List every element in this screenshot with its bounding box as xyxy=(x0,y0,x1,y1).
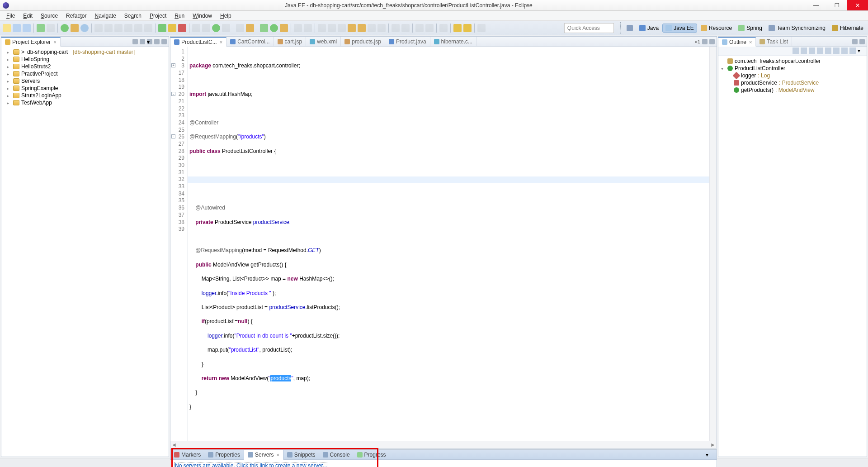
vertical-scrollbar[interactable] xyxy=(709,47,717,441)
toolbar-debug-icon[interactable] xyxy=(37,24,45,32)
editor-tab-cartcontroller[interactable]: CartControl... xyxy=(226,37,274,46)
toolbar-newxml-icon[interactable] xyxy=(144,24,152,32)
toolbar-newbean-icon[interactable] xyxy=(114,24,123,32)
toolbar-resume-icon[interactable] xyxy=(158,24,166,32)
toolbar-debug2-icon[interactable] xyxy=(260,24,268,32)
close-icon[interactable]: × xyxy=(220,39,222,45)
toolbar-runext-icon[interactable] xyxy=(71,24,79,32)
fold-collapse-icon[interactable]: - xyxy=(171,134,175,138)
link-editor-icon[interactable] xyxy=(140,39,145,44)
outline-field-logger[interactable]: logger : Log xyxy=(721,72,864,79)
tree-item-hellospring[interactable]: ▸HelloSpring xyxy=(4,56,166,63)
tree-item-practiveproject[interactable]: ▸PractiveProject xyxy=(4,70,166,77)
code-editor[interactable]: + - - 1231718192021222324252627282930313… xyxy=(170,47,717,441)
toolbar-new-icon[interactable] xyxy=(3,24,11,32)
toolbar-newserver-icon[interactable] xyxy=(94,24,103,32)
outline-method-getproducts[interactable]: getProducts() : ModelAndView xyxy=(721,86,864,94)
perspective-spring[interactable]: Spring xyxy=(736,24,765,32)
menu-project[interactable]: Project xyxy=(146,12,170,20)
scroll-right-icon[interactable]: ► xyxy=(709,442,717,448)
perspective-resource[interactable]: Resource xyxy=(698,24,735,32)
close-icon[interactable]: × xyxy=(53,39,56,45)
close-icon[interactable]: × xyxy=(749,39,752,45)
toolbar-t7-icon[interactable] xyxy=(377,24,386,32)
toolbar-run2-icon[interactable] xyxy=(270,24,278,32)
toolbar-newfolder-icon[interactable] xyxy=(222,24,230,32)
quick-access-input[interactable] xyxy=(564,23,614,33)
tree-item-struts2loginapp[interactable]: ▸Struts2LoginApp xyxy=(4,92,166,99)
toolbar-t6-icon[interactable] xyxy=(368,24,376,32)
toolbar-last-icon[interactable] xyxy=(439,24,448,32)
outline-hide-fields-icon[interactable] xyxy=(809,48,815,54)
tab-servers[interactable]: Servers× xyxy=(244,450,283,460)
editor-tab-product-java[interactable]: Product.java xyxy=(385,37,430,46)
outline-focus-icon[interactable] xyxy=(841,48,848,54)
toolbar-newjava-icon[interactable] xyxy=(294,24,302,32)
minimize-view-icon[interactable] xyxy=(852,39,858,44)
menu-source[interactable]: Source xyxy=(37,12,61,20)
outline-hide-nonpublic-icon[interactable] xyxy=(825,48,831,54)
toolbar-newinterface-icon[interactable] xyxy=(304,24,312,32)
toolbar-pin-icon[interactable] xyxy=(477,24,486,32)
toolbar-pause-icon[interactable] xyxy=(168,24,176,32)
fold-expand-icon[interactable]: + xyxy=(171,63,175,67)
toolbar-newservlet-icon[interactable] xyxy=(124,24,132,32)
menu-run[interactable]: Run xyxy=(171,12,188,20)
tree-item-testwebapp[interactable]: ▸TestWebApp xyxy=(4,99,166,106)
maximize-view-icon[interactable] xyxy=(161,39,167,44)
editor-tab-products-jsp[interactable]: products.jsp xyxy=(341,37,385,46)
menu-file[interactable]: File xyxy=(3,12,19,20)
create-new-server-link[interactable]: No servers are available. Click this lin… xyxy=(174,462,328,467)
tab-snippets[interactable]: Snippets xyxy=(283,450,319,459)
toolbar-prev-icon[interactable] xyxy=(415,24,424,32)
minimize-button[interactable]: — xyxy=(806,0,826,10)
maximize-view-icon[interactable] xyxy=(859,39,865,44)
editor-tab-web-xml[interactable]: web.xml xyxy=(306,37,341,46)
outline-package[interactable]: com.tech_freaks.shopcart.controller xyxy=(721,57,864,65)
maximize-editor-icon[interactable] xyxy=(709,39,715,44)
close-icon[interactable]: × xyxy=(276,452,279,457)
view-menu-icon[interactable]: ▾ xyxy=(858,48,864,54)
outline-link-icon[interactable] xyxy=(849,48,856,54)
toolbar-saveall-icon[interactable] xyxy=(23,24,31,32)
editor-overflow-button[interactable]: »1 xyxy=(695,39,700,44)
perspective-teamsync[interactable]: Team Synchronizing xyxy=(766,24,828,32)
toolbar-search-icon[interactable] xyxy=(246,24,254,32)
scroll-left-icon[interactable]: ◄ xyxy=(170,442,178,448)
code-area[interactable]: package com.tech_freaks.shopcart.control… xyxy=(188,47,709,441)
toolbar-stop-icon[interactable] xyxy=(178,24,186,32)
outline-class[interactable]: ▾ProductListController xyxy=(721,65,864,72)
tab-properties[interactable]: Properties xyxy=(204,450,244,459)
toolbar-opentype-icon[interactable] xyxy=(236,24,244,32)
toolbar-back-icon[interactable] xyxy=(453,24,462,32)
tab-project-explorer[interactable]: Project Explorer × xyxy=(1,37,61,47)
tab-markers[interactable]: Markers xyxy=(170,450,204,459)
tab-outline[interactable]: Outline× xyxy=(718,37,756,47)
toolbar-toggle-icon[interactable] xyxy=(392,24,400,32)
perspective-java[interactable]: Java xyxy=(637,24,661,32)
tab-console[interactable]: Console xyxy=(319,450,354,459)
toolbar-fwd-icon[interactable] xyxy=(463,24,472,32)
toolbar-runext2-icon[interactable] xyxy=(280,24,288,32)
maximize-button[interactable]: ❐ xyxy=(826,0,847,10)
editor-tab-hibernate-cfg[interactable]: hibernate.c... xyxy=(430,37,476,46)
toolbar-newws-icon[interactable] xyxy=(134,24,142,32)
toolbar-t4-icon[interactable] xyxy=(348,24,356,32)
outline-hide-static-icon[interactable] xyxy=(817,48,823,54)
editor-tab-cart-jsp[interactable]: cart.jsp xyxy=(274,37,307,46)
tab-progress[interactable]: Progress xyxy=(354,450,390,459)
perspective-hibernate[interactable]: Hibernate xyxy=(829,24,866,32)
toolbar-newclass-icon[interactable] xyxy=(212,24,220,32)
outline-field-productservice[interactable]: productService : ProductService xyxy=(721,79,864,86)
toolbar-newpkg-icon[interactable] xyxy=(202,24,210,32)
menu-navigate[interactable]: Navigate xyxy=(91,12,119,20)
outline-sort-icon[interactable] xyxy=(793,48,799,54)
toolbar-save-icon[interactable] xyxy=(13,24,21,32)
tree-item-hellostruts2[interactable]: ▸HelloStruts2 xyxy=(4,63,166,70)
view-menu-icon[interactable]: ▾ xyxy=(706,452,708,458)
toolbar-t3-icon[interactable] xyxy=(338,24,346,32)
toolbar-next-icon[interactable] xyxy=(425,24,434,32)
collapse-all-icon[interactable] xyxy=(132,39,138,44)
fold-collapse-icon[interactable]: - xyxy=(171,92,175,96)
menu-edit[interactable]: Edit xyxy=(19,12,36,20)
